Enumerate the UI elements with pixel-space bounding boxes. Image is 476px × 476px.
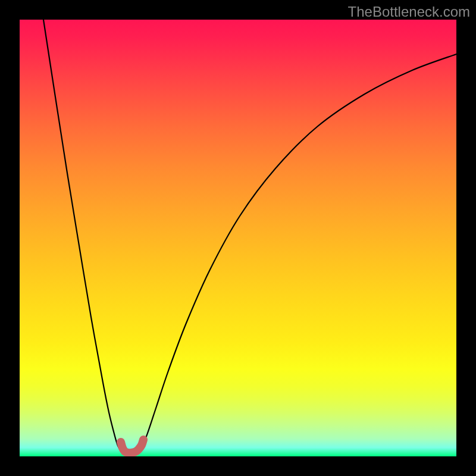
watermark-text: TheBottleneck.com xyxy=(348,4,470,20)
plot-area xyxy=(20,20,456,456)
curve-svg xyxy=(20,20,456,456)
valley-marker xyxy=(121,440,143,453)
curve-right-branch xyxy=(142,54,456,448)
curve-left-branch xyxy=(43,20,124,452)
outer-frame: TheBottleneck.com xyxy=(0,0,476,476)
